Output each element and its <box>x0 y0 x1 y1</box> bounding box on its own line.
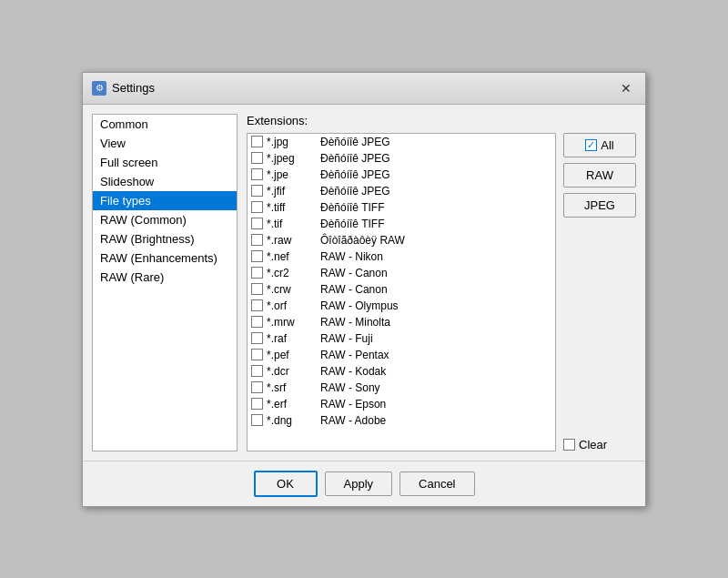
ext-row[interactable]: *.rafRAW - Fuji <box>248 330 555 347</box>
ext-checkbox[interactable] <box>251 299 263 311</box>
ext-checkbox[interactable] <box>251 414 263 426</box>
ext-name: *.nef <box>267 250 317 263</box>
right-section: Extensions: *.jpgÐèñóíîê JPEG*.jpegÐèñóí… <box>247 114 636 451</box>
ext-checkbox[interactable] <box>251 398 263 410</box>
nav-item-view[interactable]: View <box>93 134 237 153</box>
ext-row[interactable]: *.pefRAW - Pentax <box>248 347 555 363</box>
ext-name: *.jpe <box>267 168 317 181</box>
ext-row[interactable]: *.nefRAW - Nikon <box>248 248 555 265</box>
ok-button[interactable]: OK <box>254 471 318 497</box>
ext-name: *.raw <box>267 234 317 247</box>
ext-desc: RAW - Nikon <box>320 250 383 263</box>
nav-item-common[interactable]: Common <box>93 115 237 134</box>
ext-name: *.crw <box>267 283 317 296</box>
ext-checkbox[interactable] <box>251 349 263 360</box>
ext-name: *.dng <box>267 414 317 427</box>
ext-row[interactable]: *.mrwRAW - Minolta <box>248 314 555 330</box>
ext-desc: RAW - Olympus <box>320 299 399 312</box>
ext-checkbox[interactable] <box>251 316 263 328</box>
close-button[interactable]: ✕ <box>616 78 636 98</box>
ext-name: *.raf <box>267 332 317 345</box>
title-bar: ⚙ Settings ✕ <box>83 73 645 105</box>
ext-desc: Ôîòîãðàôèÿ RAW <box>320 234 405 247</box>
apply-button[interactable]: Apply <box>325 472 393 496</box>
ext-row[interactable]: *.srfRAW - Sony <box>248 380 555 396</box>
ext-checkbox[interactable] <box>251 332 263 344</box>
ext-desc: RAW - Adobe <box>320 414 386 427</box>
ext-row[interactable]: *.jpegÐèñóíîê JPEG <box>248 150 555 167</box>
all-checkbox: ✓ <box>585 139 597 151</box>
ext-name: *.jfif <box>267 185 317 198</box>
ext-row[interactable]: *.jpgÐèñóíîê JPEG <box>248 134 555 150</box>
ext-checkbox[interactable] <box>251 234 263 246</box>
ext-desc: RAW - Sony <box>320 381 380 394</box>
ext-desc: RAW - Pentax <box>320 349 389 361</box>
ext-row[interactable]: *.jfifÐèñóíîê JPEG <box>248 183 555 199</box>
nav-item-rawrare[interactable]: RAW (Rare) <box>93 268 237 287</box>
raw-button[interactable]: RAW <box>563 163 636 188</box>
nav-item-rawenhancements[interactable]: RAW (Enhancements) <box>93 248 237 268</box>
all-button[interactable]: ✓ All <box>563 133 636 157</box>
extensions-label: Extensions: <box>247 114 636 127</box>
ext-checkbox[interactable] <box>251 365 263 377</box>
ext-checkbox[interactable] <box>251 267 263 279</box>
ext-name: *.tif <box>267 218 317 230</box>
ext-checkbox[interactable] <box>251 381 263 393</box>
ext-row[interactable]: *.tiffÐèñóíîê TIFF <box>248 199 555 216</box>
ext-desc: RAW - Fuji <box>320 332 373 345</box>
ext-row[interactable]: *.orfRAW - Olympus <box>248 298 555 314</box>
settings-icon: ⚙ <box>92 81 106 96</box>
ext-name: *.tiff <box>267 201 317 214</box>
ext-name: *.mrw <box>267 316 317 329</box>
nav-item-fullscreen[interactable]: Full screen <box>93 153 237 172</box>
ext-checkbox[interactable] <box>251 283 263 295</box>
ext-row[interactable]: *.rawÔîòîãðàôèÿ RAW <box>248 232 555 248</box>
cancel-button[interactable]: Cancel <box>399 472 474 496</box>
ext-desc: RAW - Epson <box>320 398 386 411</box>
nav-item-filetypes[interactable]: File types <box>93 191 237 210</box>
ext-row[interactable]: *.erfRAW - Epson <box>248 396 555 412</box>
dialog-footer: OK Apply Cancel <box>83 461 645 506</box>
side-buttons: ✓ All RAW JPEG Clear <box>563 133 636 451</box>
extensions-area: *.jpgÐèñóíîê JPEG*.jpegÐèñóíîê JPEG*.jpe… <box>247 133 636 451</box>
ext-desc: RAW - Kodak <box>320 365 386 378</box>
ext-desc: Ðèñóíîê JPEG <box>320 168 390 181</box>
nav-item-rawcommon[interactable]: RAW (Common) <box>93 210 237 229</box>
clear-area: Clear <box>563 438 636 451</box>
dialog-body: CommonViewFull screenSlideshowFile types… <box>83 105 645 461</box>
ext-row[interactable]: *.tifÐèñóíîê TIFF <box>248 216 555 232</box>
ext-name: *.cr2 <box>267 267 317 279</box>
ext-desc: Ðèñóíîê JPEG <box>320 152 390 165</box>
extensions-list[interactable]: *.jpgÐèñóíîê JPEG*.jpegÐèñóíîê JPEG*.jpe… <box>247 133 556 451</box>
ext-desc: Ðèñóíîê TIFF <box>320 201 384 214</box>
nav-item-rawbrightness[interactable]: RAW (Brightness) <box>93 229 237 248</box>
ext-row[interactable]: *.jpeÐèñóíîê JPEG <box>248 167 555 183</box>
ext-checkbox[interactable] <box>251 152 263 164</box>
ext-row[interactable]: *.dngRAW - Adobe <box>248 412 555 429</box>
nav-item-slideshow[interactable]: Slideshow <box>93 172 237 191</box>
ext-desc: RAW - Minolta <box>320 316 390 329</box>
ext-row[interactable]: *.dcrRAW - Kodak <box>248 363 555 380</box>
ext-desc: RAW - Canon <box>320 267 388 279</box>
left-nav-panel: CommonViewFull screenSlideshowFile types… <box>92 114 238 451</box>
ext-name: *.jpg <box>267 136 317 148</box>
title-bar-left: ⚙ Settings <box>92 81 155 96</box>
clear-label: Clear <box>579 438 607 451</box>
ext-row[interactable]: *.crwRAW - Canon <box>248 281 555 298</box>
ext-row[interactable]: *.cr2RAW - Canon <box>248 265 555 281</box>
jpeg-button[interactable]: JPEG <box>563 193 636 218</box>
ext-desc: Ðèñóíîê JPEG <box>320 185 390 198</box>
ext-checkbox[interactable] <box>251 136 263 147</box>
ext-name: *.srf <box>267 381 317 394</box>
clear-checkbox[interactable] <box>563 439 575 451</box>
ext-checkbox[interactable] <box>251 168 263 180</box>
ext-desc: RAW - Canon <box>320 283 388 296</box>
ext-checkbox[interactable] <box>251 201 263 213</box>
ext-checkbox[interactable] <box>251 250 263 262</box>
dialog-title: Settings <box>112 81 155 95</box>
settings-dialog: ⚙ Settings ✕ CommonViewFull screenSlides… <box>82 72 646 507</box>
ext-desc: Ðèñóíîê JPEG <box>320 136 390 148</box>
ext-checkbox[interactable] <box>251 185 263 197</box>
ext-checkbox[interactable] <box>251 218 263 229</box>
ext-name: *.dcr <box>267 365 317 378</box>
